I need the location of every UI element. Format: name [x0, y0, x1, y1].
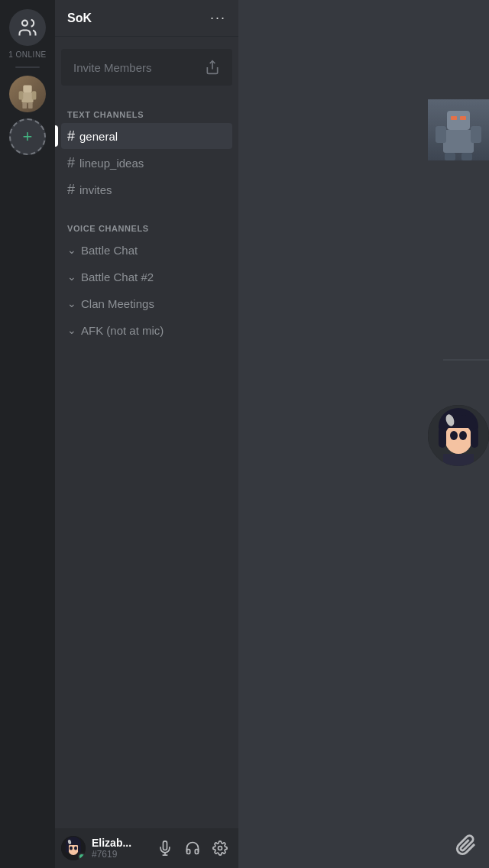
channel-name-lineup: lineup_ideas: [79, 157, 144, 170]
microphone-button[interactable]: [153, 836, 177, 860]
svg-point-11: [74, 847, 77, 850]
svg-rect-6: [28, 102, 33, 108]
game-server-icon[interactable]: [9, 76, 46, 112]
invite-members-banner[interactable]: Invite Members: [61, 49, 232, 86]
text-channels-label: TEXT CHANNELS: [67, 110, 144, 119]
voice-channels-category: VOICE CHANNELS: [55, 212, 238, 236]
chevron-down-icon-2: ⌄: [67, 270, 76, 283]
svg-rect-34: [443, 454, 474, 466]
svg-rect-12: [66, 845, 69, 853]
right-avatar-bottom: [428, 405, 489, 466]
invite-members-text: Invite Members: [73, 61, 152, 74]
user-controls: [153, 836, 232, 860]
svg-point-17: [219, 847, 222, 850]
members-server-icon[interactable]: [9, 9, 46, 46]
voice-channel-battle-chat[interactable]: ⌄ Battle Chat: [61, 237, 232, 263]
svg-rect-24: [451, 116, 457, 120]
right-divider: [443, 359, 489, 361]
hash-icon-general: #: [67, 128, 75, 144]
add-server-button[interactable]: +: [9, 118, 46, 155]
voice-channel-clan-meetings[interactable]: ⌄ Clan Meetings: [61, 290, 232, 316]
svg-point-30: [459, 431, 467, 440]
server-header: SoK ···: [55, 0, 238, 37]
channel-item-invites[interactable]: # invites: [61, 177, 232, 202]
svg-rect-3: [19, 91, 24, 99]
voice-channel-name-battle-chat-2: Battle Chat #2: [81, 270, 154, 283]
channel-name-general: general: [79, 130, 118, 143]
svg-point-0: [22, 21, 28, 26]
voice-channel-battle-chat-2[interactable]: ⌄ Battle Chat #2: [61, 264, 232, 290]
voice-channel-name-battle-chat: Battle Chat: [81, 244, 138, 257]
svg-rect-1: [23, 86, 31, 93]
channel-name-invites: invites: [79, 183, 112, 196]
svg-point-29: [450, 431, 458, 440]
svg-rect-31: [439, 428, 446, 448]
channel-scroll-area: Invite Members TEXT CHANNELS # general #…: [55, 37, 238, 868]
svg-rect-18: [447, 111, 470, 130]
server-divider: [15, 66, 40, 68]
server-list: 1 ONLINE +: [0, 0, 55, 868]
svg-rect-22: [445, 153, 455, 160]
voice-channels-label: VOICE CHANNELS: [67, 224, 149, 233]
svg-rect-2: [21, 92, 33, 102]
svg-rect-4: [32, 91, 37, 99]
chevron-down-icon-4: ⌄: [67, 324, 76, 336]
share-icon: [205, 60, 220, 75]
svg-rect-23: [461, 153, 472, 160]
headphones-button[interactable]: [180, 836, 205, 860]
svg-rect-32: [471, 428, 478, 448]
user-name: Elizab...: [92, 837, 147, 849]
channel-item-general[interactable]: # general: [61, 123, 232, 149]
settings-button[interactable]: [208, 836, 232, 860]
hash-icon-invites: #: [67, 182, 75, 198]
channel-list: SoK ··· Invite Members TEXT CHANNELS # g…: [55, 0, 238, 868]
right-panel: [238, 0, 489, 868]
svg-rect-25: [460, 116, 466, 120]
svg-rect-19: [443, 130, 474, 153]
svg-rect-20: [436, 126, 446, 143]
svg-point-10: [70, 847, 73, 850]
text-channels-category: TEXT CHANNELS: [55, 98, 238, 122]
online-count: 1 ONLINE: [8, 50, 47, 59]
svg-rect-13: [78, 845, 81, 853]
svg-rect-21: [471, 126, 481, 143]
right-avatar-top: [428, 99, 489, 160]
voice-channel-afk[interactable]: ⌄ AFK (not at mic): [61, 317, 232, 343]
hash-icon-lineup: #: [67, 155, 75, 171]
chevron-down-icon-3: ⌄: [67, 297, 76, 309]
server-name: SoK: [67, 11, 92, 25]
user-info: Elizab... #7619: [92, 837, 147, 860]
svg-rect-5: [22, 102, 27, 108]
attachment-icon[interactable]: [451, 830, 481, 860]
plus-icon: +: [23, 128, 33, 145]
user-discriminator: #7619: [92, 849, 147, 860]
user-status-online: [78, 853, 86, 860]
voice-channel-name-afk: AFK (not at mic): [81, 324, 164, 337]
user-panel: Elizab... #7619: [55, 828, 238, 868]
channel-item-lineup-ideas[interactable]: # lineup_ideas: [61, 150, 232, 176]
chevron-down-icon: ⌄: [67, 244, 76, 256]
server-menu-button[interactable]: ···: [210, 10, 226, 26]
user-avatar: [61, 836, 86, 860]
voice-channel-name-clan-meetings: Clan Meetings: [81, 297, 154, 310]
